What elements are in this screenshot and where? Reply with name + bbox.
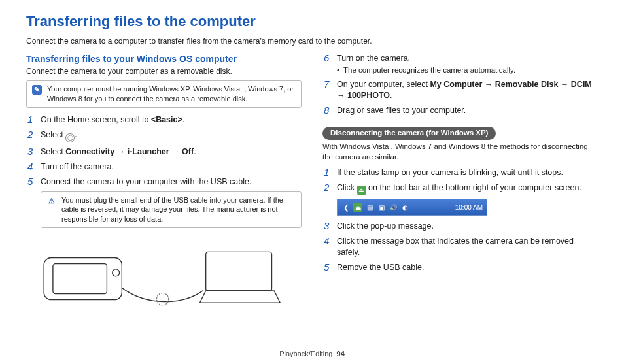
tray-volume-icon: 🔊 (389, 203, 398, 212)
step-3-text-e: . (194, 147, 196, 156)
step-7-text-f: . (390, 91, 392, 100)
title-rule (26, 33, 598, 33)
tray-network-icon: ▤ (365, 203, 374, 212)
dstep-3: Click the pop-up message. (322, 221, 598, 232)
safely-remove-icon: ⏏ (357, 186, 366, 195)
tray-arrow-icon: ❮ (341, 203, 351, 212)
right-column: Turn on the camera. The computer recogni… (322, 53, 598, 315)
disconnect-steps: If the status lamp on your camera is bli… (322, 167, 598, 195)
step-1: On the Home screen, scroll to <Basic>. (26, 114, 302, 125)
step-5: Connect the camera to your computer with… (26, 176, 302, 188)
dstep-1: If the status lamp on your camera is bli… (322, 167, 598, 178)
step-6-sub: The computer recognizes the camera autom… (337, 65, 598, 76)
step-2-text-b: . (75, 130, 77, 139)
page-intro: Connect the camera to a computer to tran… (26, 36, 598, 46)
two-column-layout: Transferring files to your Windows OS co… (26, 53, 598, 315)
step-7-text-a: On your computer, select (337, 80, 430, 89)
dstep-4: Click the message box that indicates the… (322, 236, 598, 258)
arrow-icon: → (485, 80, 493, 89)
step-6: Turn on the camera. The computer recogni… (322, 53, 598, 75)
left-column: Transferring files to your Windows OS co… (26, 53, 302, 315)
step-3-text-a: Select (41, 147, 65, 156)
warning-icon: ⚠ (46, 196, 56, 206)
step-7-bold-3: DCIM (571, 80, 592, 89)
step-3-bold-2: i-Launcher (128, 147, 169, 156)
page-footer: Playback/Editing 94 (0, 349, 624, 359)
step-3-bold-1: Connectivity (65, 147, 114, 156)
step-7-bold-2: Removable Disk (495, 80, 559, 89)
step-6-text: Turn on the camera. (337, 54, 410, 63)
warning-note-box: ⚠ You must plug the small end of the USB… (41, 191, 302, 229)
windows-taskbar-illustration: ❮ ⏏ ▤ ▣ 🔊 ◐ 10:00 AM (337, 199, 487, 216)
dstep-2: Click ⏏ on the tool bar at the bottom ri… (322, 182, 598, 195)
arrow-icon: → (561, 80, 569, 89)
page-title: Transferring files to the computer (26, 12, 598, 31)
step-3-bold-3: Off (182, 147, 194, 156)
step-1-text-c: . (182, 115, 184, 124)
camera-laptop-illustration (26, 240, 302, 312)
arrow-icon: → (117, 147, 126, 156)
dstep-2-text-a: Click (337, 183, 357, 192)
page-number: 94 (337, 350, 345, 357)
step-3: Select Connectivity → i-Launcher → Off. (26, 146, 302, 157)
disconnect-subnote: With Windows Vista , Windows 7 and Windo… (322, 142, 598, 162)
tray-display-icon: ▣ (377, 203, 386, 212)
dstep-2-text-b: on the tool bar at the bottom right of y… (366, 183, 581, 192)
step-1-bold: <Basic> (151, 115, 182, 124)
info-note-box: ✎ Your computer must be running Windows … (26, 80, 302, 108)
info-icon: ✎ (32, 85, 42, 95)
windows-section-subtitle: Connect the camera to your computer as a… (26, 66, 302, 76)
step-7-bold-4: 100PHOTO (347, 91, 390, 100)
arrow-icon: → (171, 147, 180, 156)
warning-note-text: You must plug the small end of the USB c… (61, 195, 296, 225)
step-2-text-a: Select (41, 130, 65, 139)
step-2: Select ◯. (26, 129, 302, 142)
connect-steps: On the Home screen, scroll to <Basic>. S… (26, 114, 302, 188)
footer-section: Playback/Editing (279, 350, 332, 357)
step-7: On your computer, select My Computer → R… (322, 79, 598, 101)
disconnect-heading-pill: Disconnecting the camera (for Windows XP… (322, 127, 496, 141)
dstep-5: Remove the USB cable. (322, 262, 598, 273)
settings-circle-icon: ◯ (65, 133, 75, 142)
disconnect-steps-continued: Click the pop-up message. Click the mess… (322, 221, 598, 273)
svg-point-2 (113, 269, 120, 276)
arrow-icon: → (337, 91, 345, 100)
tray-shield-icon: ◐ (400, 203, 409, 212)
step-7-bold-1: My Computer (430, 80, 482, 89)
info-note-text: Your computer must be running Windows XP… (47, 84, 296, 104)
svg-point-3 (157, 293, 169, 305)
taskbar-clock: 10:00 AM (455, 203, 483, 212)
svg-rect-4 (206, 252, 272, 291)
step-1-text-a: On the Home screen, scroll to (41, 115, 151, 124)
connect-steps-continued: Turn on the camera. The computer recogni… (322, 53, 598, 116)
svg-rect-1 (53, 264, 107, 294)
step-8: Drag or save files to your computer. (322, 105, 598, 116)
tray-remove-icon: ⏏ (353, 203, 362, 212)
step-4: Turn off the camera. (26, 161, 302, 173)
windows-section-title: Transferring files to your Windows OS co… (26, 53, 302, 65)
